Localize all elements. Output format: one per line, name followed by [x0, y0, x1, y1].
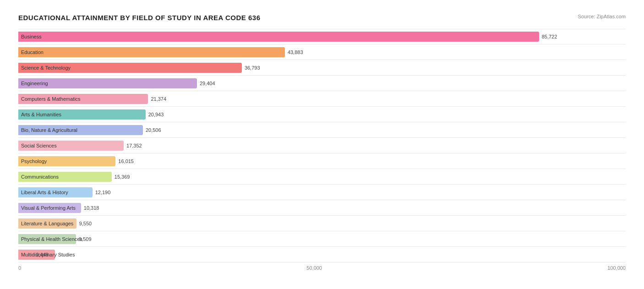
- bar-wrapper: Multidisciplinary Studies 2,448: [18, 249, 626, 261]
- bar-wrapper: Communications 15,369: [18, 171, 626, 183]
- bar-label: Arts & Humanities: [21, 112, 61, 117]
- bar-wrapper: Arts & Humanities 20,943: [18, 109, 626, 120]
- bar-value: 20,943: [148, 112, 164, 117]
- bar-label: Physical & Health Sciences: [21, 236, 82, 242]
- bar-wrapper: Social Sciences 17,352: [18, 140, 626, 152]
- bar-label: Liberal Arts & History: [21, 190, 68, 195]
- bar-row: Arts & Humanities 20,943: [18, 107, 626, 122]
- bar-label: Communications: [21, 174, 59, 180]
- bar-10: Liberal Arts & History: [18, 187, 93, 197]
- bar-value: 16,015: [118, 158, 134, 164]
- bar-2: Science & Technology: [18, 63, 242, 73]
- bar-row: Science & Technology 36,793: [18, 60, 626, 76]
- x-label-2: 100,000: [607, 265, 626, 271]
- bar-8: Psychology: [18, 156, 115, 166]
- bar-row: Literature & Languages 9,550: [18, 216, 626, 231]
- bar-6: Bio, Nature & Agricultural: [18, 125, 143, 135]
- chart-title: EDUCATIONAL ATTAINMENT BY FIELD OF STUDY…: [18, 14, 261, 22]
- bar-wrapper: Liberal Arts & History 12,190: [18, 186, 626, 198]
- bar-label: Visual & Performing Arts: [21, 205, 76, 211]
- bar-13: Physical & Health Sciences: [18, 234, 76, 244]
- bar-row: Education 43,883: [18, 44, 626, 60]
- bar-label: Multidisciplinary Studies: [21, 252, 75, 257]
- bar-value: 9,550: [79, 221, 92, 226]
- bar-wrapper: Education 43,883: [18, 46, 626, 58]
- bar-value: 15,369: [115, 174, 130, 180]
- chart-body: Business 85,722 Education 43,883 Science…: [18, 29, 626, 262]
- bar-0: Business: [18, 32, 539, 42]
- bar-9: Communications: [18, 172, 112, 182]
- chart-container: EDUCATIONAL ATTAINMENT BY FIELD OF STUDY…: [9, 9, 635, 280]
- bar-wrapper: Science & Technology 36,793: [18, 62, 626, 74]
- bar-wrapper: Bio, Nature & Agricultural 20,506: [18, 124, 626, 136]
- bar-wrapper: Literature & Languages 9,550: [18, 218, 626, 229]
- bar-wrapper: Psychology 16,015: [18, 155, 626, 167]
- bar-11: Visual & Performing Arts: [18, 203, 81, 213]
- x-axis: 050,000100,000: [18, 265, 626, 271]
- bar-14: Multidisciplinary Studies: [18, 250, 55, 260]
- bar-1: Education: [18, 47, 285, 57]
- bar-value: 20,506: [146, 127, 161, 133]
- bar-label: Computers & Mathematics: [21, 96, 81, 102]
- bar-row: Engineering 29,404: [18, 76, 626, 91]
- bar-value: 12,190: [95, 190, 111, 195]
- bar-wrapper: Engineering 29,404: [18, 77, 626, 89]
- bar-row: Communications 15,369: [18, 169, 626, 185]
- bar-label: Bio, Nature & Agricultural: [21, 127, 77, 133]
- bar-row: Bio, Nature & Agricultural 20,506: [18, 122, 626, 138]
- x-label-0: 0: [18, 265, 21, 271]
- bar-label: Psychology: [21, 158, 47, 164]
- bar-label: Literature & Languages: [21, 221, 73, 226]
- bar-wrapper: Business 85,722: [18, 31, 626, 43]
- chart-header: EDUCATIONAL ATTAINMENT BY FIELD OF STUDY…: [18, 14, 626, 22]
- bar-value: 85,722: [542, 34, 557, 39]
- bar-4: Computers & Mathematics: [18, 94, 148, 104]
- chart-source: Source: ZipAtlas.com: [578, 14, 626, 19]
- bar-wrapper: Computers & Mathematics 21,374: [18, 93, 626, 105]
- bar-row: Computers & Mathematics 21,374: [18, 91, 626, 107]
- bar-wrapper: Visual & Performing Arts 10,318: [18, 202, 626, 214]
- bar-12: Literature & Languages: [18, 218, 76, 229]
- bar-wrapper: Physical & Health Sciences 9,509: [18, 233, 626, 245]
- bar-row: Social Sciences 17,352: [18, 138, 626, 153]
- x-label-1: 50,000: [306, 265, 322, 271]
- bar-label: Science & Technology: [21, 65, 71, 71]
- bar-value: 36,793: [245, 65, 260, 71]
- bar-value: 10,318: [84, 205, 99, 211]
- bar-label: Education: [21, 49, 44, 55]
- bar-row: Psychology 16,015: [18, 153, 626, 169]
- bar-value: 21,374: [151, 96, 166, 102]
- bar-row: Business 85,722: [18, 29, 626, 44]
- bar-row: Visual & Performing Arts 10,318: [18, 200, 626, 216]
- bar-3: Engineering: [18, 78, 197, 88]
- bar-label: Engineering: [21, 81, 48, 86]
- bar-value: 43,883: [288, 49, 303, 55]
- bar-label: Business: [21, 34, 42, 39]
- bar-7: Social Sciences: [18, 141, 124, 151]
- bar-label: Social Sciences: [21, 143, 57, 148]
- bar-value: 29,404: [200, 81, 215, 86]
- bar-row: Multidisciplinary Studies 2,448: [18, 247, 626, 262]
- bar-5: Arts & Humanities: [18, 109, 146, 120]
- bar-row: Physical & Health Sciences 9,509: [18, 231, 626, 247]
- bar-row: Liberal Arts & History 12,190: [18, 185, 626, 200]
- bar-value: 17,352: [126, 143, 142, 148]
